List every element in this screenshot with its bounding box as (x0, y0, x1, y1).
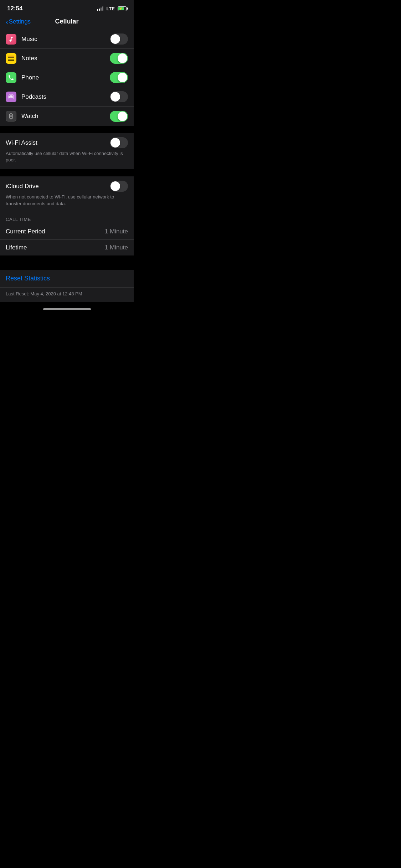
status-time: 12:54 (7, 5, 22, 12)
podcasts-app-icon (6, 92, 16, 102)
nav-bar: ‹ Settings Cellular (0, 15, 134, 30)
toggle-knob (118, 53, 127, 63)
back-label: Settings (9, 18, 31, 25)
signal-bars-icon (97, 6, 103, 11)
music-app-icon (6, 34, 16, 45)
status-icons: LTE ⚡ (97, 6, 127, 11)
toggle-knob (118, 112, 127, 121)
current-period-value: 1 Minute (105, 228, 128, 235)
icloud-drive-label: iCloud Drive (6, 183, 39, 190)
section-divider (0, 255, 134, 263)
content-area: Music Notes (0, 30, 134, 302)
home-bar (43, 308, 91, 310)
last-reset-container: Last Reset: May 4, 2020 at 12:48 PM (0, 288, 134, 302)
app-name-watch: Watch (21, 113, 110, 120)
lifetime-row: Lifetime 1 Minute (0, 240, 134, 255)
signal-bar-4 (102, 6, 103, 11)
signal-bar-1 (97, 9, 98, 11)
notes-toggle[interactable] (110, 53, 128, 64)
signal-bar-3 (101, 7, 102, 11)
phone-toggle[interactable] (110, 72, 128, 83)
battery-icon: ⚡ (118, 6, 127, 11)
toggle-knob (118, 73, 127, 82)
svg-rect-2 (10, 113, 12, 114)
app-name-phone: Phone (21, 74, 110, 81)
home-indicator (0, 302, 134, 314)
page-title: Cellular (55, 18, 78, 25)
app-name-notes: Notes (21, 55, 110, 62)
wifi-assist-row[interactable]: Wi-Fi Assist Automatically use cellular … (0, 133, 134, 169)
app-name-music: Music (21, 36, 110, 43)
music-toggle[interactable] (110, 33, 128, 45)
reset-statistics-row[interactable]: Reset Statistics (0, 270, 134, 288)
status-bar: 12:54 LTE ⚡ (0, 0, 134, 15)
current-period-row: Current Period 1 Minute (0, 224, 134, 240)
wifi-assist-label: Wi-Fi Assist (6, 139, 37, 146)
list-item[interactable]: Podcasts (0, 87, 134, 107)
signal-bar-2 (99, 9, 100, 11)
wifi-assist-description: Automatically use cellular data when Wi-… (6, 150, 128, 165)
watch-app-icon (6, 111, 16, 122)
call-time-header: CALL TIME (0, 213, 134, 224)
icloud-drive-toggle[interactable] (110, 181, 128, 192)
svg-point-0 (10, 96, 12, 98)
section-divider (0, 126, 134, 133)
icloud-drive-description: When not connected to Wi-Fi, use cellula… (6, 194, 128, 208)
wifi-assist-top: Wi-Fi Assist (6, 137, 128, 148)
toggle-knob (110, 181, 120, 191)
list-item[interactable]: Music (0, 30, 134, 49)
svg-rect-3 (10, 118, 12, 119)
icloud-drive-top: iCloud Drive (6, 181, 128, 192)
back-button[interactable]: ‹ Settings (6, 18, 31, 25)
lte-label: LTE (106, 6, 115, 11)
lifetime-value: 1 Minute (105, 244, 128, 251)
podcasts-toggle[interactable] (110, 91, 128, 102)
call-time-section-label: CALL TIME (6, 217, 31, 222)
toggle-knob (110, 138, 120, 148)
list-item[interactable]: Phone (0, 68, 134, 87)
list-item[interactable]: Notes (0, 49, 134, 68)
wifi-assist-toggle[interactable] (110, 137, 128, 148)
notes-app-icon (6, 53, 16, 64)
chevron-left-icon: ‹ (6, 18, 8, 25)
apps-section: Music Notes (0, 30, 134, 126)
current-period-label: Current Period (6, 228, 45, 235)
last-reset-text: Last Reset: May 4, 2020 at 12:48 PM (6, 291, 82, 296)
phone-app-icon (6, 72, 16, 83)
battery-bolt: ⚡ (119, 7, 123, 10)
watch-toggle[interactable] (110, 111, 128, 122)
toggle-knob (110, 34, 120, 44)
svg-point-4 (10, 115, 12, 117)
lifetime-label: Lifetime (6, 244, 27, 251)
section-divider (0, 169, 134, 176)
list-item[interactable]: Watch (0, 107, 134, 126)
reset-statistics-section: Reset Statistics Last Reset: May 4, 2020… (0, 270, 134, 302)
toggle-knob (110, 92, 120, 102)
icloud-drive-row[interactable]: iCloud Drive When not connected to Wi-Fi… (0, 176, 134, 213)
reset-statistics-button[interactable]: Reset Statistics (6, 275, 50, 282)
app-name-podcasts: Podcasts (21, 93, 110, 100)
